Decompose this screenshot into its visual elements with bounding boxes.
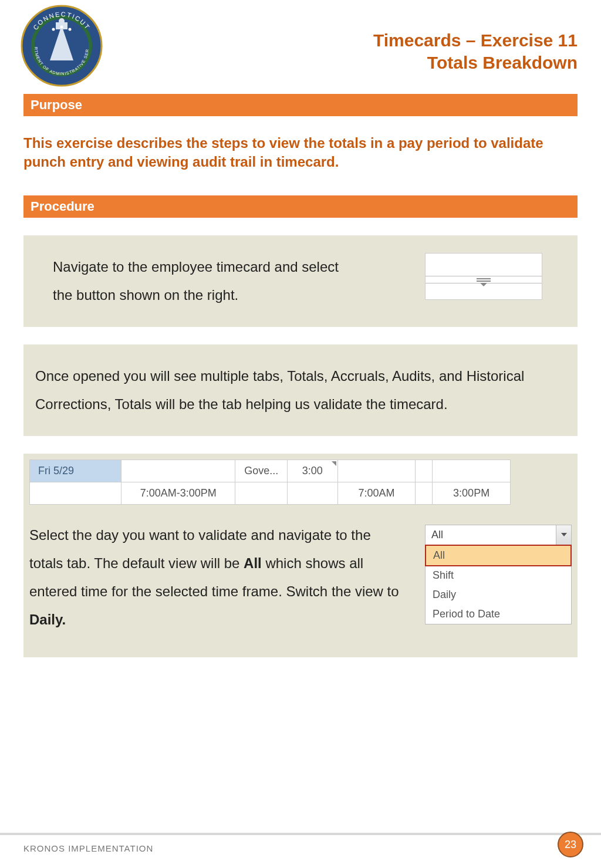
table-row: 7:00AM-3:00PM 7:00AM 3:00PM [30, 482, 511, 504]
step3-bold-all: All [244, 555, 262, 571]
step-2-text: Once opened you will see multiple tabs, … [35, 362, 566, 418]
footer: KRONOS IMPLEMENTATION 23 [0, 833, 601, 868]
view-dropdown: All All Shift Daily Period to Date [425, 525, 572, 624]
table-row: Fri 5/29 Gove... 3:00 [30, 460, 511, 482]
svg-point-5 [52, 28, 55, 31]
purpose-text: This exercise describes the steps to vie… [0, 116, 601, 195]
dropdown-toggle-button[interactable] [556, 525, 571, 545]
step-1-block: Navigate to the employee timecard and se… [23, 235, 578, 327]
divider-line [426, 276, 542, 276]
seal-logo: CONNECTICUT DEPARTMENT OF ADMINISTRATIVE… [21, 5, 103, 87]
header: CONNECTICUT DEPARTMENT OF ADMINISTRATIVE… [0, 0, 601, 94]
amount-cell[interactable]: 3:00 [288, 460, 338, 482]
purpose-section-bar: Purpose [23, 94, 578, 116]
in-cell[interactable] [337, 460, 416, 482]
page-number-badge: 23 [558, 832, 583, 857]
step-3-block: Fri 5/29 Gove... 3:00 7:00AM-3:00PM 7:00… [23, 454, 578, 657]
paycode-cell[interactable] [235, 482, 288, 504]
document-title: Timecards – Exercise 11 Totals Breakdown [373, 29, 578, 73]
procedure-label: Procedure [31, 199, 94, 214]
timecard-table: Fri 5/29 Gove... 3:00 7:00AM-3:00PM 7:00… [29, 460, 511, 505]
amount-cell[interactable] [288, 482, 338, 504]
panel-expand-button[interactable] [425, 253, 542, 300]
svg-point-6 [60, 26, 63, 29]
in-cell[interactable]: 7:00AM [337, 482, 416, 504]
paycode-cell[interactable]: Gove... [235, 460, 288, 482]
step-2-block: Once opened you will see multiple tabs, … [23, 345, 578, 436]
dropdown-header: All [426, 525, 571, 545]
step-3-text: Select the day you want to validate and … [29, 521, 407, 634]
dropdown-item-daily[interactable]: Daily [426, 585, 571, 604]
schedule-cell[interactable] [121, 460, 235, 482]
dropdown-item-shift[interactable]: Shift [426, 566, 571, 585]
title-line-2: Totals Breakdown [373, 52, 578, 74]
page-number: 23 [565, 839, 576, 851]
schedule-cell[interactable]: 7:00AM-3:00PM [121, 482, 235, 504]
purpose-label: Purpose [31, 97, 82, 112]
expand-grip-icon [472, 277, 495, 286]
date-cell[interactable]: Fri 5/29 [30, 460, 121, 482]
step-1-text: Navigate to the employee timecard and se… [53, 253, 346, 309]
dropdown-item-period-to-date[interactable]: Period to Date [426, 604, 571, 624]
chevron-down-icon [561, 533, 567, 536]
date-cell[interactable] [30, 482, 121, 504]
dropdown-item-all[interactable]: All [425, 545, 572, 566]
title-line-1: Timecards – Exercise 11 [373, 29, 578, 52]
footer-text: KRONOS IMPLEMENTATION [23, 843, 578, 853]
out-cell[interactable] [433, 460, 511, 482]
spacer-cell [416, 460, 433, 482]
svg-point-7 [69, 28, 72, 31]
out-cell[interactable]: 3:00PM [433, 482, 511, 504]
spacer-cell [416, 482, 433, 504]
cell-corner-icon [332, 461, 336, 466]
svg-point-4 [59, 18, 65, 24]
dropdown-selected-value[interactable]: All [426, 525, 556, 545]
procedure-section-bar: Procedure [23, 195, 578, 218]
amount-value: 3:00 [302, 465, 323, 477]
step3-bold-daily: Daily. [29, 612, 66, 627]
